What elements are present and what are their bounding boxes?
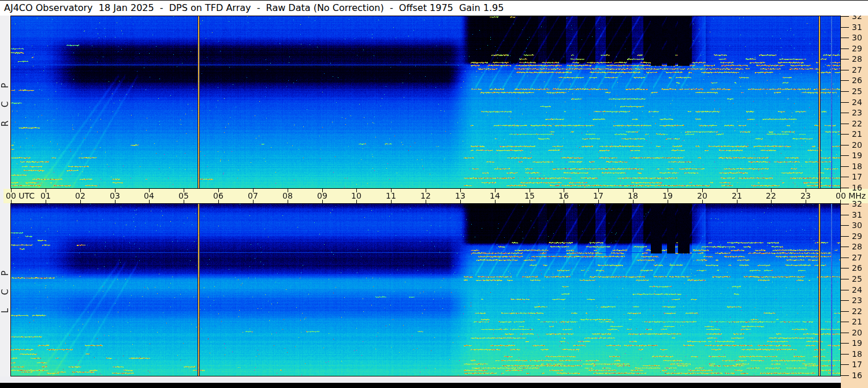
- freq-tick: [841, 16, 849, 17]
- freq-tick: [841, 236, 849, 237]
- dps-screen: AJ4CO Observatory 18 Jan 2025 - DPS on T…: [0, 0, 868, 388]
- freq-tick: [841, 80, 849, 81]
- freq-label: 28: [852, 242, 867, 251]
- time-label: 10: [348, 191, 365, 200]
- time-label: 04: [140, 191, 158, 200]
- freq-label: 25: [852, 274, 867, 283]
- freq-label: 24: [852, 98, 867, 107]
- freq-label: 18: [852, 162, 867, 171]
- time-label: 09: [314, 191, 331, 200]
- freq-tick: [841, 279, 849, 279]
- freq-label: 32: [852, 199, 867, 208]
- freq-label: 17: [852, 360, 867, 369]
- freq-label: 24: [852, 285, 867, 294]
- freq-tick: [841, 354, 849, 355]
- freq-label: 19: [852, 338, 867, 348]
- freq-label: 21: [852, 129, 867, 139]
- freq-label: 22: [852, 119, 867, 128]
- freq-tick: [841, 145, 849, 146]
- freq-tick: [841, 166, 849, 167]
- freq-tick: [841, 113, 849, 113]
- freq-tick: [841, 124, 849, 124]
- freq-tick: [841, 134, 849, 135]
- footer-gap: [0, 376, 841, 383]
- freq-tick: [841, 102, 849, 103]
- time-label: 16: [555, 191, 572, 200]
- time-label: 05: [175, 191, 192, 200]
- freq-label: 23: [852, 108, 867, 117]
- freq-label: 30: [852, 221, 867, 230]
- freq-tick: [841, 38, 849, 38]
- freq-tick: [841, 364, 849, 365]
- freq-tick: [841, 188, 849, 188]
- freq-label: 31: [852, 23, 867, 32]
- freq-label: 28: [852, 54, 867, 64]
- freq-tick: [841, 375, 849, 376]
- freq-label: 23: [852, 296, 867, 305]
- freq-tick: [841, 268, 849, 268]
- freq-label: 17: [852, 172, 867, 181]
- freq-label: 29: [852, 232, 867, 241]
- freq-tick: [841, 225, 849, 226]
- time-label: 22: [762, 191, 780, 200]
- freq-tick: [841, 343, 849, 344]
- footer-bar: [0, 383, 841, 388]
- time-label: 03: [106, 191, 124, 200]
- time-label: 14: [486, 191, 504, 200]
- freq-label: 31: [852, 210, 867, 219]
- freq-tick: [841, 311, 849, 312]
- freq-label: 26: [852, 76, 867, 85]
- freq-tick: [841, 27, 849, 28]
- time-label: 06: [210, 191, 227, 200]
- time-label: 20: [694, 191, 711, 200]
- freq-tick: [841, 333, 849, 333]
- freq-label: 22: [852, 307, 867, 316]
- freq-tick: [841, 177, 849, 177]
- freq-label: 26: [852, 263, 867, 273]
- freq-label: 29: [852, 44, 867, 53]
- freq-label: 30: [852, 33, 867, 42]
- time-label: 11: [382, 191, 400, 200]
- freq-tick: [841, 155, 849, 156]
- freq-label: 27: [852, 65, 867, 74]
- time-label: 02: [72, 191, 89, 200]
- freq-label: 20: [852, 328, 867, 337]
- time-label: 17: [590, 191, 607, 200]
- freq-label: 19: [852, 151, 867, 160]
- freq-tick: [841, 322, 849, 322]
- freq-tick: [841, 247, 849, 247]
- freq-label: 16: [852, 371, 867, 380]
- time-label: 18: [624, 191, 642, 200]
- freq-tick: [841, 70, 849, 70]
- freq-tick: [841, 91, 849, 92]
- freq-tick: [841, 204, 849, 204]
- freq-tick: [841, 48, 849, 49]
- lcp-plot-frame: [10, 203, 841, 376]
- freq-tick: [841, 215, 849, 215]
- freq-label: 18: [852, 349, 867, 359]
- freq-tick: [841, 59, 849, 59]
- time-label-start: 00 UTC: [6, 191, 35, 200]
- rcp-polarization-label: R C P: [0, 73, 10, 131]
- rcp-plot-frame: [10, 16, 841, 189]
- freq-label: 20: [852, 140, 867, 150]
- time-label: 19: [659, 191, 676, 200]
- time-label: 07: [244, 191, 262, 200]
- time-label: 01: [37, 191, 54, 200]
- title-bar: AJ4CO Observatory 18 Jan 2025 - DPS on T…: [0, 1, 868, 16]
- time-label: 13: [452, 191, 469, 200]
- time-label: 08: [279, 191, 296, 200]
- freq-label: 27: [852, 253, 867, 262]
- time-label: 21: [728, 191, 746, 200]
- freq-label: 21: [852, 317, 867, 326]
- time-label: 12: [417, 191, 434, 200]
- freq-tick: [841, 258, 849, 258]
- time-label: 23: [797, 191, 814, 200]
- freq-label: 25: [852, 87, 867, 96]
- freq-tick: [841, 290, 849, 290]
- lcp-polarization-label: L C P: [0, 260, 10, 318]
- freq-tick: [841, 300, 849, 301]
- time-label: 15: [521, 191, 538, 200]
- freq-label: 16: [852, 183, 867, 192]
